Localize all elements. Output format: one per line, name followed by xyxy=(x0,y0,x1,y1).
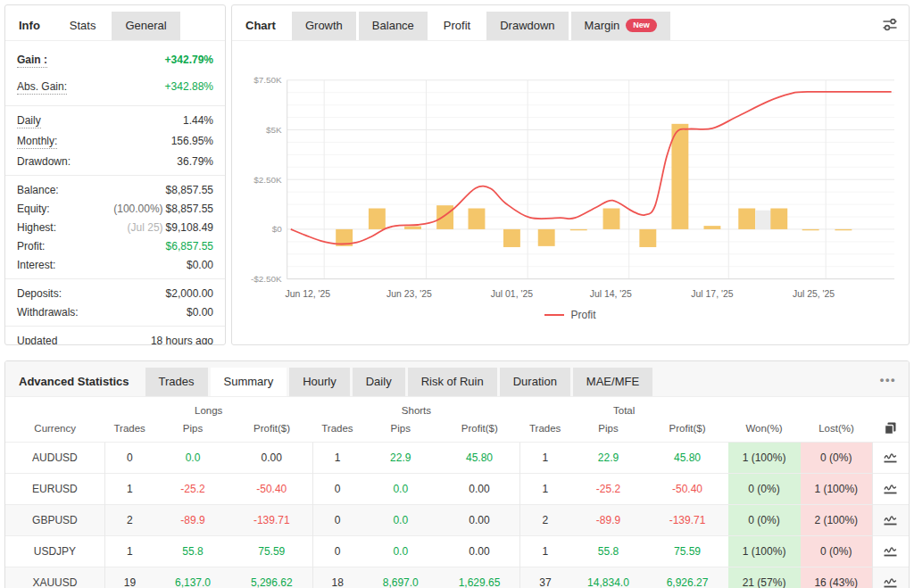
table-row-audusd: AUDUSD00.00.00122.945.80122.945.801 (100… xyxy=(5,443,909,474)
profit-bar[interactable] xyxy=(835,229,852,230)
stat-row-profit: Profit:$6,857.55 xyxy=(5,236,225,255)
stat-row-interest: Interest:$0.00 xyxy=(5,255,225,274)
stat-row-balance: Balance:$8,857.55 xyxy=(5,180,225,199)
longs-profit-cell: 0.00 xyxy=(231,443,312,474)
tab-general[interactable]: General xyxy=(112,12,179,40)
stat-value-text: 1.44% xyxy=(183,114,213,127)
tab-label: Profit xyxy=(444,19,470,32)
row-chart-button[interactable] xyxy=(872,443,909,474)
currency-cell: EURUSD xyxy=(5,474,104,505)
stat-row-monthly: Monthly:156.95% xyxy=(5,131,225,152)
profit-bar[interactable] xyxy=(404,227,421,229)
row-chart-button[interactable] xyxy=(872,536,909,567)
tab-hourly[interactable]: Hourly xyxy=(289,368,350,396)
longs-trades-cell: 0 xyxy=(104,443,154,474)
profit-bar[interactable] xyxy=(603,209,620,229)
open-chart-icon[interactable] xyxy=(883,451,898,463)
tab-label: MAE/MFE xyxy=(586,375,639,388)
profit-bar[interactable] xyxy=(503,229,520,247)
tab-profit[interactable]: Profit xyxy=(430,12,484,40)
stat-value: $8,857.55 xyxy=(166,184,213,196)
tab-label: Margin xyxy=(585,19,620,32)
stats-rows: Gain :+342.79%Abs. Gain:+342.88%Daily1.4… xyxy=(5,41,225,345)
stat-row-equity: Equity:(100.00%)$8,857.55 xyxy=(5,199,225,218)
tab-duration[interactable]: Duration xyxy=(500,368,570,396)
tab-margin[interactable]: MarginNew xyxy=(571,12,670,40)
longs-profit-cell: 5,296.62 xyxy=(231,567,312,588)
profit-bar[interactable] xyxy=(469,209,486,229)
won-cell: 0 (0%) xyxy=(728,505,801,536)
profit-bar[interactable] xyxy=(671,124,688,229)
copy-column-header xyxy=(872,418,909,443)
profit-bar[interactable] xyxy=(570,229,587,230)
profit-bar[interactable] xyxy=(770,209,787,229)
y-axis-label: $0 xyxy=(272,224,283,234)
profit-bar[interactable] xyxy=(755,211,772,229)
profit-bar[interactable] xyxy=(802,229,819,230)
profit-bar[interactable] xyxy=(703,226,720,229)
stat-label: Equity: xyxy=(17,203,50,215)
stat-label: Deposits: xyxy=(17,287,62,300)
longs-trades-cell: 19 xyxy=(104,567,154,588)
tab-chart[interactable]: Chart xyxy=(241,12,289,40)
tab-label: Daily xyxy=(366,375,392,388)
tab-growth[interactable]: Growth xyxy=(292,12,356,40)
shorts-profit-cell: 0.00 xyxy=(439,474,520,505)
profit-bar[interactable] xyxy=(738,209,755,229)
tab-mae-mfe[interactable]: MAE/MFE xyxy=(573,368,652,396)
tab-risk-of-ruin[interactable]: Risk of Ruin xyxy=(408,368,497,396)
row-chart-button[interactable] xyxy=(872,567,909,588)
stat-value-text: 36.79% xyxy=(177,155,213,168)
longs-pips-cell: 6,137.0 xyxy=(154,567,231,588)
tab-balance[interactable]: Balance xyxy=(359,12,428,40)
more-menu-button[interactable]: ••• xyxy=(877,373,900,386)
stat-row-highest: Highest:(Jul 25)$9,108.49 xyxy=(5,218,225,236)
open-chart-icon[interactable] xyxy=(883,544,898,557)
y-axis-label: $7.50K xyxy=(253,75,282,85)
stat-label: Updated xyxy=(17,335,57,346)
lost-cell: 1 (100%) xyxy=(801,474,873,505)
tab-label: Duration xyxy=(513,375,557,388)
longs-profit-cell: -139.71 xyxy=(231,505,312,536)
open-chart-icon[interactable] xyxy=(883,576,898,588)
profit-bar[interactable] xyxy=(369,209,386,229)
tab-trades[interactable]: Trades xyxy=(145,368,208,396)
tab-label: General xyxy=(125,19,166,32)
chart-legend: Profit xyxy=(232,305,909,321)
stat-label: Abs. Gain: xyxy=(17,80,67,95)
stat-value: +342.88% xyxy=(165,80,213,93)
profit-bar[interactable] xyxy=(436,205,453,229)
stat-value-text: $2,000.00 xyxy=(166,287,213,300)
total-profit-cell: 6,926.27 xyxy=(646,567,727,588)
table-row-xauusd: XAUUSD196,137.05,296.62188,697.01,629.65… xyxy=(5,567,909,588)
divider xyxy=(5,175,225,176)
row-chart-button[interactable] xyxy=(872,505,909,536)
profit-bar[interactable] xyxy=(639,229,656,247)
tab-daily[interactable]: Daily xyxy=(353,368,405,396)
stats-tabs: InfoStatsGeneral xyxy=(14,12,183,40)
shorts-pips-cell: 8,697.0 xyxy=(362,567,439,588)
stat-value-text: $8,857.55 xyxy=(166,203,213,215)
stat-row-daily: Daily1.44% xyxy=(5,111,225,131)
profit-chart[interactable]: $7.50K$5K$2.50K$0-$2.50KJun 12, '25Jun 2… xyxy=(236,48,902,305)
tab-info[interactable]: Info xyxy=(14,12,54,40)
tab-drawdown[interactable]: Drawdown xyxy=(486,12,568,40)
new-badge: New xyxy=(626,19,657,32)
copy-table-icon[interactable] xyxy=(884,421,897,435)
profit-chart-wrap: $7.50K$5K$2.50K$0-$2.50KJun 12, '25Jun 2… xyxy=(232,41,909,305)
open-chart-icon[interactable] xyxy=(883,513,898,526)
total-trades-cell: 2 xyxy=(520,505,570,536)
summary-table-head: LongsShortsTotalCurrencyTradesPipsProfit… xyxy=(5,397,909,443)
total-pips-cell: 55.8 xyxy=(569,536,646,567)
profit-bar[interactable] xyxy=(538,229,555,246)
stat-value-text: $0.00 xyxy=(187,306,213,319)
tab-stats[interactable]: Stats xyxy=(56,12,110,40)
chart-settings-icon[interactable] xyxy=(880,14,900,34)
stat-label: Gain : xyxy=(17,54,47,68)
top-row: InfoStatsGeneral Gain :+342.79%Abs. Gain… xyxy=(4,4,910,345)
row-chart-button[interactable] xyxy=(872,474,909,505)
open-chart-icon[interactable] xyxy=(883,482,898,494)
tab-summary[interactable]: Summary xyxy=(211,368,287,396)
stats-panel: InfoStatsGeneral Gain :+342.79%Abs. Gain… xyxy=(4,4,226,345)
stat-row-updated: Updated18 hours ago xyxy=(5,331,225,345)
